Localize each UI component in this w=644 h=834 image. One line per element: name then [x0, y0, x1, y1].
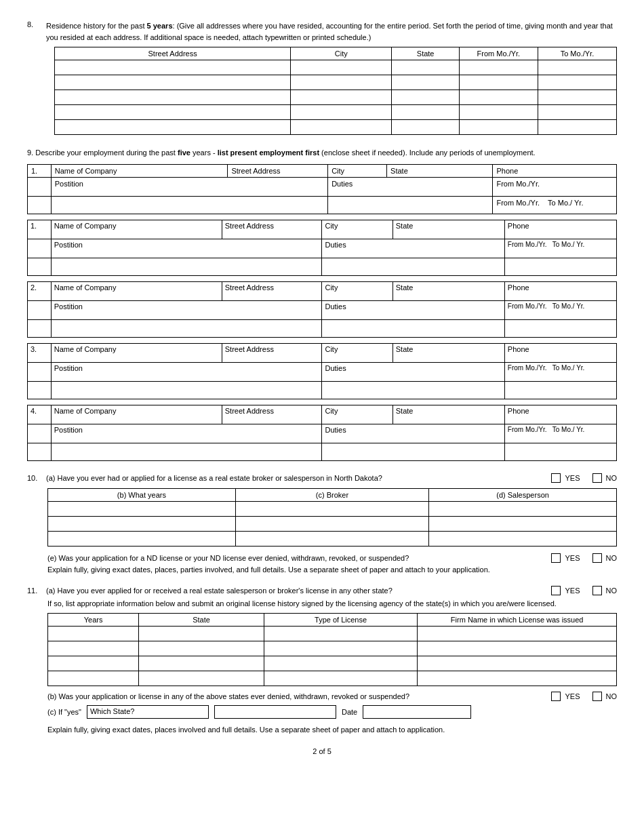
address-cell[interactable]	[55, 90, 291, 105]
company-3-duties-input[interactable]	[322, 381, 504, 399]
company-2-phone: Phone	[504, 281, 616, 300]
to-cell[interactable]	[538, 75, 616, 90]
company-4-position-input[interactable]	[51, 443, 322, 460]
empty	[28, 424, 52, 443]
col-type: Type of License	[264, 613, 418, 626]
state-cell[interactable]	[392, 105, 459, 120]
col-firm-name: Firm Name in which License was issued	[418, 613, 617, 626]
company-2-duties-input[interactable]	[322, 319, 504, 337]
address-cell[interactable]	[55, 120, 291, 135]
state-input[interactable]	[139, 641, 264, 656]
section-9: 9. Describe your employment during the p…	[27, 147, 617, 461]
company-4-dates: From Mo./Yr. To Mo./ Yr.	[504, 424, 616, 443]
question-11b-no-checkbox[interactable]	[592, 692, 602, 701]
city-cell[interactable]	[291, 90, 392, 105]
which-state-input[interactable]	[214, 705, 336, 719]
residence-table: Street Address City State From Mo./Yr. T…	[54, 47, 617, 135]
table-row	[55, 90, 617, 105]
position-input[interactable]	[51, 196, 327, 214]
city-cell[interactable]	[291, 105, 392, 120]
years-input[interactable]	[48, 531, 236, 546]
city-cell[interactable]	[291, 75, 392, 90]
years-input[interactable]	[48, 626, 139, 641]
company-3-position-input[interactable]	[51, 381, 322, 399]
section-8: 8. Residence history for the past 5 year…	[27, 20, 617, 135]
state-input[interactable]	[139, 626, 264, 641]
question-10a-no-checkbox[interactable]	[592, 473, 602, 483]
firm-input[interactable]	[418, 656, 617, 671]
company-2-position-input[interactable]	[51, 319, 322, 337]
to-cell[interactable]	[538, 60, 616, 75]
company-2-dates-input[interactable]	[504, 319, 616, 337]
section-11-info-text: If so, list appropriate information belo…	[47, 599, 557, 608]
from-cell[interactable]	[459, 120, 538, 135]
from-cell[interactable]	[459, 105, 538, 120]
firm-input[interactable]	[418, 671, 617, 686]
to-cell[interactable]	[538, 90, 616, 105]
state-input[interactable]	[139, 656, 264, 671]
from-cell[interactable]	[459, 75, 538, 90]
question-11a-yes-checkbox[interactable]	[551, 586, 561, 595]
company-3-city: City	[322, 343, 393, 362]
from-cell[interactable]	[459, 60, 538, 75]
type-input[interactable]	[264, 626, 418, 641]
firm-input[interactable]	[418, 626, 617, 641]
table-row	[48, 516, 617, 531]
company-1-position-input[interactable]	[51, 258, 322, 275]
address-cell[interactable]	[55, 60, 291, 75]
question-10e-no-checkbox[interactable]	[592, 553, 602, 563]
section-11-info: If so, list appropriate information belo…	[27, 599, 617, 608]
section-11-question-c-label: (c) If "yes"	[47, 708, 81, 716]
years-input[interactable]	[48, 501, 236, 516]
question-11a-no-checkbox[interactable]	[592, 586, 602, 595]
company-4-row2: Postition Duties From Mo./Yr. To Mo./ Yr…	[28, 424, 617, 443]
question-11b-yes-checkbox[interactable]	[551, 692, 561, 701]
company-4-dates-input[interactable]	[504, 443, 616, 460]
years-input[interactable]	[48, 641, 139, 656]
company-3-dates-input[interactable]	[504, 381, 616, 399]
section-11-license-table: Years State Type of License Firm Name in…	[47, 613, 617, 686]
duties-input[interactable]	[328, 196, 493, 214]
years-input[interactable]	[48, 671, 139, 686]
state-cell[interactable]	[392, 90, 459, 105]
years-input[interactable]	[48, 656, 139, 671]
to-cell[interactable]	[538, 105, 616, 120]
address-cell[interactable]	[55, 75, 291, 90]
state-input[interactable]	[139, 671, 264, 686]
company-name-label: Name of Company	[51, 164, 228, 177]
salesperson-input[interactable]	[429, 501, 617, 516]
years-input[interactable]	[48, 516, 236, 531]
company-2-city: City	[322, 281, 393, 300]
state-cell[interactable]	[392, 75, 459, 90]
date-input[interactable]	[363, 705, 471, 719]
company-1-dates-input[interactable]	[504, 258, 616, 275]
address-cell[interactable]	[55, 105, 291, 120]
company-3-row2: Postition Duties From Mo./Yr. To Mo./ Yr…	[28, 362, 617, 381]
state-cell[interactable]	[392, 120, 459, 135]
question-10a-yes-checkbox[interactable]	[551, 473, 561, 483]
company-2-dates: From Mo./Yr. To Mo./ Yr.	[504, 300, 616, 319]
table-row	[48, 656, 617, 671]
salesperson-input[interactable]	[429, 516, 617, 531]
table-row: 1. Name of Company Street Address City S…	[28, 164, 617, 177]
type-input[interactable]	[264, 671, 418, 686]
firm-input[interactable]	[418, 641, 617, 656]
broker-input[interactable]	[235, 501, 428, 516]
type-input[interactable]	[264, 641, 418, 656]
table-row	[48, 501, 617, 516]
city-cell[interactable]	[291, 60, 392, 75]
company-2-num: 2.	[28, 281, 52, 300]
from-cell[interactable]	[459, 90, 538, 105]
company-4-duties-input[interactable]	[322, 443, 504, 460]
company-1-duties-input[interactable]	[322, 258, 504, 275]
broker-input[interactable]	[235, 531, 428, 546]
salesperson-input[interactable]	[429, 531, 617, 546]
company-4-duties: Duties	[322, 424, 504, 443]
type-input[interactable]	[264, 656, 418, 671]
broker-input[interactable]	[235, 516, 428, 531]
state-cell[interactable]	[392, 60, 459, 75]
question-10e-yes-checkbox[interactable]	[551, 553, 561, 563]
city-cell[interactable]	[291, 120, 392, 135]
to-cell[interactable]	[538, 120, 616, 135]
no-label: NO	[606, 554, 618, 562]
